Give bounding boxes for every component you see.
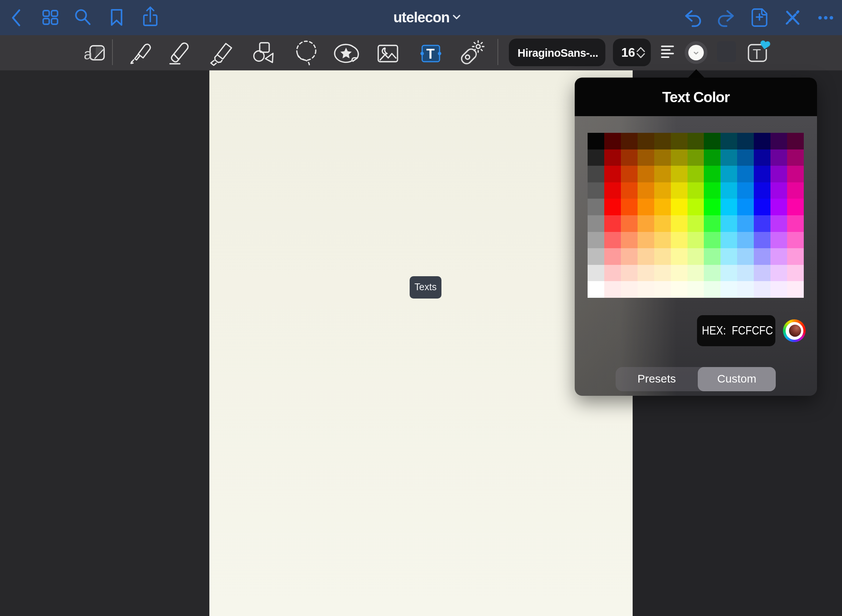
svg-text:HiraginoSans-...: HiraginoSans-...	[518, 47, 598, 59]
svg-text:T: T	[426, 46, 435, 62]
svg-text:T: T	[753, 47, 761, 62]
svg-text:16: 16	[621, 45, 635, 59]
svg-text:a: a	[84, 45, 92, 63]
